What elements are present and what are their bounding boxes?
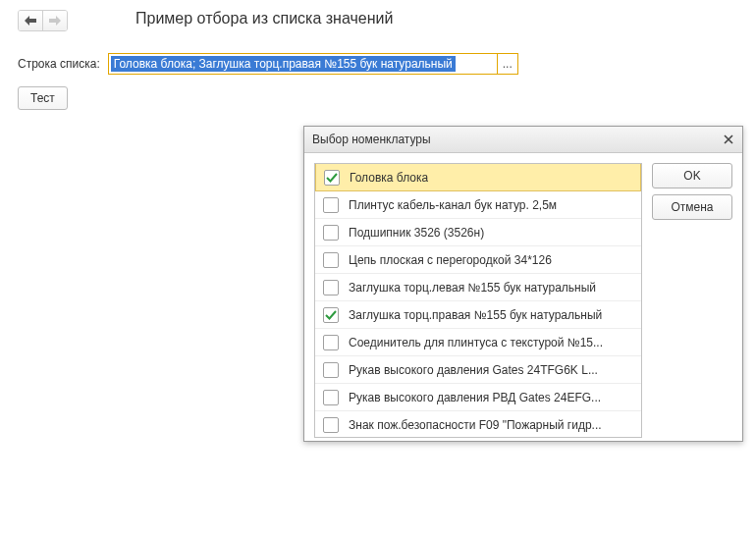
back-button[interactable] xyxy=(19,11,42,30)
list-item-label: Заглушка торц.левая №155 бук натуральный xyxy=(349,281,596,295)
checkbox[interactable] xyxy=(323,225,339,241)
list-item-label: Плинтус кабель-канал бук натур. 2,5м xyxy=(349,198,557,212)
list-item-label: Соединитель для плинтуса с текстурой №15… xyxy=(349,336,603,349)
list-item[interactable]: Знак пож.безопасности F09 "Пожарный гидр… xyxy=(315,411,641,438)
select-dialog: Выбор номенклатуры Головка блокаПлинтус … xyxy=(303,126,743,442)
cancel-button[interactable]: Отмена xyxy=(652,194,732,220)
string-list-value: Головка блока; Заглушка торц.правая №155… xyxy=(111,56,456,72)
checkbox[interactable] xyxy=(323,362,339,378)
list-item-label: Знак пож.безопасности F09 "Пожарный гидр… xyxy=(349,418,602,432)
arrow-left-icon xyxy=(25,16,36,26)
string-list-field[interactable]: Головка блока; Заглушка торц.правая №155… xyxy=(108,53,518,75)
checkbox[interactable] xyxy=(323,390,339,405)
dialog-title-text: Выбор номенклатуры xyxy=(312,133,431,146)
dialog-titlebar: Выбор номенклатуры xyxy=(304,127,742,153)
checkbox[interactable] xyxy=(323,197,339,213)
close-icon xyxy=(724,134,733,144)
checkbox[interactable] xyxy=(323,335,339,350)
list-item-label: Подшипник 3526 (3526н) xyxy=(349,226,484,240)
list-item[interactable]: Заглушка торц.правая №155 бук натуральны… xyxy=(315,301,641,329)
items-list[interactable]: Головка блокаПлинтус кабель-канал бук на… xyxy=(314,163,642,438)
checkbox[interactable] xyxy=(323,417,339,433)
list-item[interactable]: Рукав высокого давления РВД Gates 24EFG.… xyxy=(315,384,641,411)
checkbox[interactable] xyxy=(323,280,339,295)
checkbox[interactable] xyxy=(323,307,339,323)
forward-button[interactable] xyxy=(42,11,67,30)
checkbox[interactable] xyxy=(324,170,340,186)
list-item[interactable]: Рукав высокого давления Gates 24TFG6K L.… xyxy=(315,356,641,384)
list-item[interactable]: Подшипник 3526 (3526н) xyxy=(315,219,641,246)
list-item[interactable]: Головка блока xyxy=(315,163,641,191)
list-item[interactable]: Цепь плоская с перегородкой 34*126 xyxy=(315,246,641,274)
list-item-label: Цепь плоская с перегородкой 34*126 xyxy=(349,253,552,267)
dialog-close-button[interactable] xyxy=(721,132,736,147)
test-button[interactable]: Тест xyxy=(18,86,68,110)
ok-button[interactable]: OK xyxy=(652,163,732,188)
list-item-label: Заглушка торц.правая №155 бук натуральны… xyxy=(349,308,602,322)
list-item[interactable]: Заглушка торц.левая №155 бук натуральный xyxy=(315,274,641,301)
open-select-button[interactable]: ... xyxy=(497,54,517,74)
list-item-label: Рукав высокого давления РВД Gates 24EFG.… xyxy=(349,391,601,404)
string-list-label: Строка списка: xyxy=(18,57,100,71)
list-item[interactable]: Плинтус кабель-канал бук натур. 2,5м xyxy=(315,191,641,219)
checkbox[interactable] xyxy=(323,252,339,268)
list-item-label: Головка блока xyxy=(350,171,428,185)
list-item-label: Рукав высокого давления Gates 24TFG6K L.… xyxy=(349,363,598,377)
arrow-right-icon xyxy=(49,16,61,26)
list-item[interactable]: Соединитель для плинтуса с текстурой №15… xyxy=(315,329,641,356)
page-title: Пример отбора из списка значений xyxy=(135,10,393,27)
